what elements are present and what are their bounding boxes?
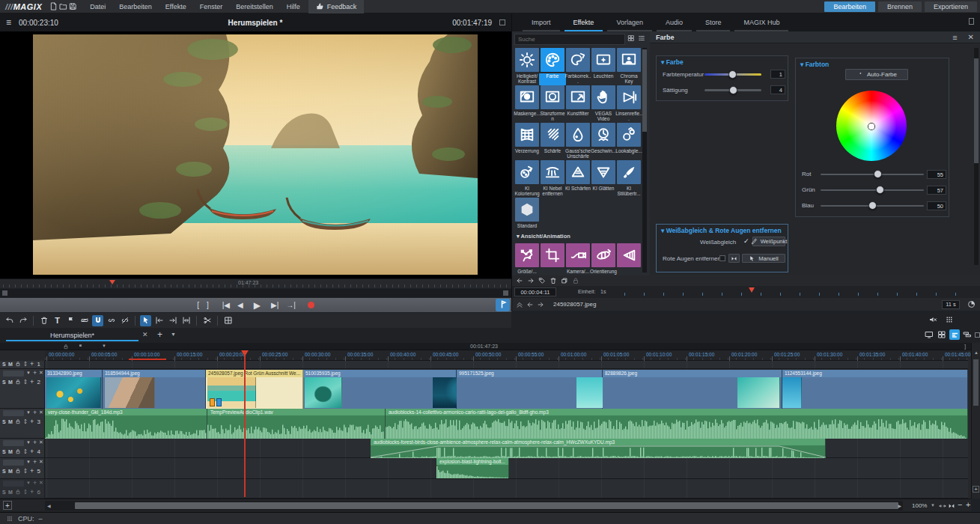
project-tab[interactable]: Herumspielen* xyxy=(6,329,139,341)
menu-item-bearbeiten[interactable]: Bearbeiten xyxy=(112,1,159,12)
vscroll-up-icon[interactable]: ▲ xyxy=(974,350,979,355)
video-clip-995171525-jpeg[interactable]: 995171525.jpeg xyxy=(457,370,603,409)
scroll-right-icon[interactable]: ▶ xyxy=(898,503,901,508)
keyframe-tool-tag-icon[interactable] xyxy=(538,277,546,284)
tab-dropdown-icon[interactable]: ▼ xyxy=(171,332,176,337)
track-fx-box[interactable] xyxy=(3,481,24,487)
saturation-value[interactable]: 4 xyxy=(770,85,785,94)
jump-start-button[interactable]: |◀ xyxy=(222,302,230,309)
redeye-checkbox[interactable] xyxy=(719,255,725,261)
track-add-icon[interactable]: + xyxy=(30,448,34,455)
menu-item-effekte[interactable]: Effekte xyxy=(159,1,193,12)
timeline-vscrollbar[interactable]: ▲ + xyxy=(971,343,980,499)
audio-clip-audioblocks-forest-birds[interactable]: audioblocks-forest-birds-close-ambience-… xyxy=(371,439,826,458)
track-mute-button[interactable]: M xyxy=(8,380,13,385)
effect-tile-farbe[interactable] xyxy=(541,48,564,72)
tab-effekte[interactable]: Effekte xyxy=(564,16,603,31)
track-mute-button[interactable]: M xyxy=(8,490,13,495)
next-object-icon[interactable] xyxy=(537,301,544,308)
toolbar-objgrid-icon[interactable] xyxy=(222,315,234,326)
video-clip-510035935-jpeg[interactable]: 510035935.jpeg xyxy=(303,370,457,409)
waveform-display-icon[interactable] xyxy=(945,315,954,324)
saturation-slider-thumb[interactable] xyxy=(729,86,737,94)
whitepoint-button[interactable]: Weißpunkt xyxy=(752,237,785,246)
keyframe-tool-trash-icon[interactable] xyxy=(550,277,557,284)
track-resize-icon[interactable] xyxy=(22,489,28,496)
track-fx-dropdown-icon[interactable]: ▼ xyxy=(26,371,31,375)
track-fx-close-icon[interactable]: ✕ xyxy=(39,409,43,415)
track-fx-close-icon[interactable]: ✕ xyxy=(39,439,43,445)
track-fx-add-icon[interactable]: + xyxy=(33,458,37,466)
redeye-manual-button[interactable]: Manuell xyxy=(742,254,785,263)
track-fx-close-icon[interactable]: ✕ xyxy=(39,459,43,465)
effect-tile-standard[interactable] xyxy=(515,198,539,222)
effects-scrollbar[interactable] xyxy=(642,48,647,272)
track-lock-icon[interactable] xyxy=(15,489,21,496)
track-fx-dropdown-icon[interactable]: ▼ xyxy=(26,481,31,485)
track-solo-button[interactable]: S xyxy=(2,469,6,474)
status-grid-icon[interactable] xyxy=(6,515,13,523)
track-fx-add-icon[interactable]: + xyxy=(33,369,37,377)
track-resize-icon[interactable] xyxy=(22,361,28,368)
rgb-slider-grün[interactable] xyxy=(821,189,924,191)
hue-wheel-selector[interactable] xyxy=(868,124,874,130)
zoom-objects-icon[interactable] xyxy=(948,502,955,510)
track-resize-icon[interactable] xyxy=(22,418,28,426)
new-project-icon[interactable] xyxy=(49,2,58,10)
toolbar-cutx-icon[interactable] xyxy=(201,315,213,326)
effect-tile-chroma-key[interactable] xyxy=(617,48,641,72)
track-mute-button[interactable]: M xyxy=(8,362,13,367)
rgb-value-grün[interactable]: 57 xyxy=(927,186,946,195)
toolbar-undo-icon[interactable] xyxy=(4,315,15,326)
effects-search-input[interactable] xyxy=(518,36,621,43)
farbton-group-header[interactable]: ▾ Farbton xyxy=(800,61,829,68)
panel-menu-icon[interactable]: ≡ xyxy=(952,33,957,42)
effect-tile-ki-nebel-entfernen[interactable] xyxy=(541,160,564,184)
video-preview[interactable] xyxy=(0,31,511,278)
video-clip-318594944-jpeg[interactable]: 318594944.jpeg xyxy=(103,370,206,409)
effects-search[interactable] xyxy=(514,34,625,45)
effect-tile-verzerrung[interactable] xyxy=(515,123,539,147)
mode-button-exportieren[interactable]: Exportieren xyxy=(925,1,977,12)
effect-tile-ki-schärfen[interactable] xyxy=(566,160,590,184)
tab-magix-hub[interactable]: MAGIX Hub xyxy=(734,16,788,31)
unit-value[interactable]: 1s xyxy=(600,289,606,294)
track-mute-button[interactable]: M xyxy=(8,469,13,474)
open-project-icon[interactable] xyxy=(59,2,67,10)
track-6-content[interactable] xyxy=(45,479,968,499)
layout-grid-icon[interactable] xyxy=(937,330,946,339)
animation-tile-kamera-[interactable] xyxy=(566,243,590,267)
effect-tile-lookabgle-[interactable] xyxy=(617,123,641,147)
track-solo-button[interactable]: S xyxy=(2,380,6,385)
zoom-fit-icon[interactable] xyxy=(939,502,946,510)
animation-tile-persp[interactable] xyxy=(617,243,641,267)
prev-frame-button[interactable]: ◀ xyxy=(237,302,243,309)
track-lock-icon[interactable] xyxy=(15,448,21,456)
prev-object-icon[interactable] xyxy=(526,301,534,308)
zoom-in-icon[interactable]: + xyxy=(966,500,970,509)
track-lock-icon[interactable] xyxy=(15,379,21,386)
track-fx-box[interactable] xyxy=(3,410,24,416)
temperature-value[interactable]: 1 xyxy=(770,70,785,79)
effect-tile-ki-stilübertr-[interactable] xyxy=(617,160,641,184)
rgb-slider-thumb-blau[interactable] xyxy=(868,201,877,210)
keyframe-tool-arrl-icon[interactable] xyxy=(516,277,523,284)
scroll-handle-left[interactable] xyxy=(2,290,7,296)
animation-tile-orientierung-[interactable] xyxy=(591,243,615,267)
track-add-icon[interactable]: + xyxy=(30,488,34,496)
audio-clip-very-close-thunder_Gkl_1[interactable]: very-close-thunder_Gkl_184d.mp3 xyxy=(45,409,207,439)
toolbar-razor-icon[interactable] xyxy=(79,315,90,326)
track-fx-box[interactable] xyxy=(3,371,24,377)
toolbar-triml-icon[interactable] xyxy=(153,315,165,326)
toolbar-text-icon[interactable]: T xyxy=(52,315,63,326)
effect-tile-gauss-sche-unschärfe[interactable] xyxy=(566,123,590,147)
scroll-left-icon[interactable]: ◀ xyxy=(47,503,51,508)
track-fx-close-icon[interactable]: ✕ xyxy=(39,370,43,376)
audio-clip-TempPreviewAudioClip1-wa[interactable]: TempPreviewAudioClip1.wav xyxy=(207,409,386,439)
track-lock-icon[interactable] xyxy=(15,468,21,475)
track-mute-button[interactable]: M xyxy=(8,449,13,454)
video-clip-1124553144-jpeg[interactable]: 1124553144.jpeg xyxy=(782,370,968,409)
animation-tile-crop[interactable] xyxy=(541,243,564,267)
layout-monitor-icon[interactable] xyxy=(925,330,934,339)
undock-preview-icon[interactable] xyxy=(499,19,505,25)
